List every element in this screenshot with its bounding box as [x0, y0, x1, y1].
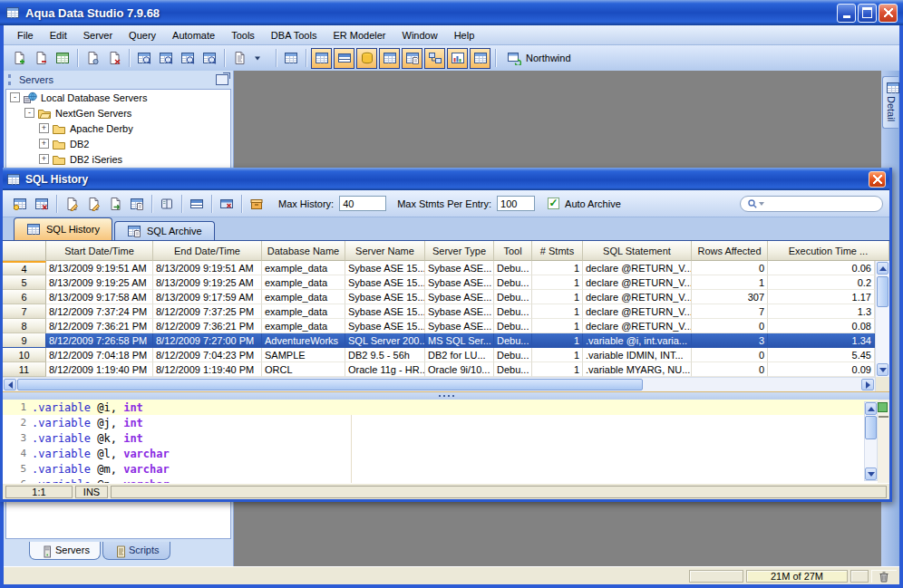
- column-header-database-name[interactable]: Database Name: [262, 241, 345, 261]
- menu-dba-tools[interactable]: DBA Tools: [263, 27, 325, 43]
- menu-tools[interactable]: Tools: [223, 27, 263, 43]
- search-options-caret-icon[interactable]: [759, 202, 764, 208]
- table-row-11[interactable]: 118/12/2009 1:19:40 PM8/12/2009 1:19:40 …: [3, 362, 875, 377]
- auto-archive-checkbox[interactable]: ✓: [548, 198, 559, 209]
- tree-item-db2-iseries[interactable]: +DB2 iSeries: [6, 151, 230, 167]
- float-panel-button[interactable]: [216, 74, 228, 85]
- plus-expander-icon[interactable]: +: [39, 154, 49, 164]
- scroll-left-button[interactable]: [4, 379, 16, 390]
- form-view-button[interactable]: [334, 48, 354, 69]
- tree-item-db2[interactable]: +DB2: [6, 136, 230, 151]
- open-script-button[interactable]: [228, 47, 250, 69]
- editor-line-5[interactable]: 5.variable @m, varchar: [3, 461, 889, 477]
- table-row-9[interactable]: 98/12/2009 7:26:58 PM8/12/2009 7:27:00 P…: [3, 333, 875, 348]
- minus-expander-icon[interactable]: -: [10, 92, 20, 102]
- column-header-server-name[interactable]: Server Name: [345, 241, 425, 261]
- table-row-4[interactable]: 48/13/2009 9:19:51 AM8/13/2009 9:19:51 A…: [3, 261, 875, 275]
- table-view-button[interactable]: [379, 48, 400, 69]
- scroll-up-button[interactable]: [865, 402, 877, 415]
- results-grid-view-button[interactable]: [311, 48, 332, 69]
- editor-line-3[interactable]: 3.variable @k, int: [3, 430, 889, 446]
- table-row-7[interactable]: 78/12/2009 7:37:24 PM8/12/2009 7:37:25 P…: [3, 304, 875, 319]
- tab-sql-history[interactable]: SQL History: [14, 217, 112, 240]
- menu-window[interactable]: Window: [394, 27, 446, 43]
- scroll-thumb[interactable]: [17, 379, 643, 390]
- maximize-button[interactable]: [858, 4, 877, 23]
- column-header-end-date-time[interactable]: End Date/Time: [153, 241, 262, 261]
- register-server-button[interactable]: [8, 47, 30, 69]
- visual-editor-button[interactable]: [177, 47, 199, 69]
- plus-expander-icon[interactable]: +: [39, 123, 49, 133]
- editor-line-4[interactable]: 4.variable @l, varchar: [3, 446, 889, 461]
- table-horizontal-scrollbar[interactable]: [3, 377, 875, 391]
- unregister-server-button[interactable]: [30, 47, 52, 69]
- schedule-view-button[interactable]: [402, 48, 422, 69]
- scroll-down-button[interactable]: [877, 363, 888, 376]
- column-header-execution-time[interactable]: Execution Time ...: [768, 241, 889, 261]
- edit-entry-button[interactable]: [61, 193, 83, 215]
- close-button[interactable]: [879, 4, 898, 23]
- toggle-preview-button[interactable]: [186, 193, 208, 215]
- tab-scripts[interactable]: Scripts: [102, 542, 170, 560]
- disconnect-server-button[interactable]: [103, 47, 125, 69]
- query-analyzer-button[interactable]: [133, 47, 155, 69]
- archive-now-button[interactable]: [246, 193, 267, 215]
- scroll-thumb[interactable]: [865, 416, 877, 439]
- table-row-10[interactable]: 108/12/2009 7:04:18 PM8/12/2009 7:04:23 …: [3, 348, 875, 362]
- archive-browser-button[interactable]: [156, 193, 178, 215]
- editor-vertical-scrollbar[interactable]: [864, 401, 878, 481]
- tree-item-nextgen-servers[interactable]: -NextGen Servers: [6, 105, 230, 120]
- column-header-rows-affected[interactable]: Rows Affected: [692, 241, 768, 261]
- menu-er-modeler[interactable]: ER Modeler: [325, 27, 393, 43]
- column-header-start-date-time[interactable]: Start Date/Time: [46, 241, 153, 261]
- menu-query[interactable]: Query: [121, 27, 164, 43]
- editor-split-button[interactable]: [878, 402, 888, 412]
- script-dropdown-caret-button[interactable]: [250, 47, 272, 69]
- close-window-button[interactable]: [216, 193, 238, 215]
- max-history-input[interactable]: [339, 196, 386, 211]
- connect-server-button[interactable]: [52, 47, 73, 69]
- plus-expander-icon[interactable]: +: [39, 139, 49, 149]
- scroll-thumb[interactable]: [877, 276, 888, 307]
- scroll-up-button[interactable]: [877, 262, 888, 275]
- tab-detail[interactable]: Detail: [882, 76, 898, 129]
- column-header-sql-statement[interactable]: SQL Statement: [583, 241, 692, 261]
- dialog-close-button[interactable]: [869, 171, 886, 188]
- table-row-6[interactable]: 68/13/2009 9:17:58 AM8/13/2009 9:17:59 A…: [3, 290, 875, 304]
- table-row-5[interactable]: 58/13/2009 9:19:25 AM8/13/2009 9:19:25 A…: [3, 275, 875, 290]
- edit-statements-button[interactable]: [83, 193, 104, 215]
- garbage-collect-button[interactable]: [871, 570, 897, 583]
- sql-preview-editor[interactable]: 1.variable @i, int2.variable @j, int3.va…: [3, 400, 889, 483]
- er-modeler-button[interactable]: [280, 47, 302, 69]
- scroll-right-button[interactable]: [861, 379, 874, 390]
- server-properties-button[interactable]: [82, 47, 103, 69]
- editor-line-6[interactable]: 6.variable @n, varchar: [3, 477, 889, 483]
- column-header-stmts[interactable]: # Stmts: [532, 241, 583, 261]
- tree-item-apache-derby[interactable]: +Apache Derby: [6, 120, 230, 136]
- connection-selector[interactable]: Northwind: [507, 51, 571, 65]
- detail-view-button[interactable]: [470, 48, 490, 69]
- editor-line-1[interactable]: 1.variable @i, int: [3, 400, 889, 415]
- splitter-handle[interactable]: [3, 391, 889, 400]
- tree-item-local-database-servers[interactable]: -Local Database Servers: [6, 90, 230, 105]
- panel-grip[interactable]: [8, 74, 14, 85]
- search-input[interactable]: [740, 196, 883, 212]
- database-view-button[interactable]: [356, 48, 377, 69]
- er-diagram-view-button[interactable]: [424, 48, 445, 69]
- menu-edit[interactable]: Edit: [42, 27, 75, 43]
- tab-servers[interactable]: Servers: [29, 542, 101, 560]
- export-entry-button[interactable]: [104, 193, 126, 215]
- add-to-history-button[interactable]: [9, 193, 31, 215]
- scroll-down-button[interactable]: [865, 468, 877, 480]
- column-header-server-type[interactable]: Server Type: [425, 241, 494, 261]
- max-stmts-input[interactable]: [497, 196, 535, 211]
- column-header-tool[interactable]: Tool: [494, 241, 532, 261]
- remove-from-history-button[interactable]: [31, 193, 53, 215]
- menu-automate[interactable]: Automate: [164, 27, 223, 43]
- menu-file[interactable]: File: [9, 27, 42, 43]
- menu-help[interactable]: Help: [446, 27, 483, 43]
- table-vertical-scrollbar[interactable]: [875, 261, 889, 377]
- open-in-editor-button[interactable]: [126, 193, 148, 215]
- menu-server[interactable]: Server: [75, 27, 121, 43]
- minimize-button[interactable]: [837, 4, 856, 23]
